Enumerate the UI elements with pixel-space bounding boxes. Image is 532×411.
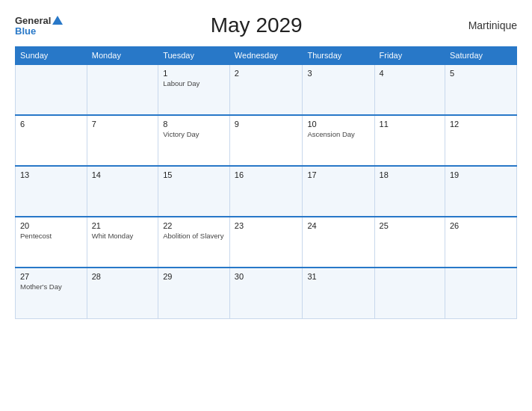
day-number: 29 [163, 272, 225, 281]
day-number: 28 [92, 272, 153, 281]
day-number: 6 [20, 120, 82, 129]
calendar-cell: 30 [229, 268, 303, 318]
holiday-label: Victory Day [163, 130, 225, 139]
calendar-cell [445, 268, 517, 318]
col-saturday: Saturday [445, 47, 517, 65]
logo-general-text: General [15, 16, 51, 25]
page: General Blue May 2029 Martinique Sunday … [0, 0, 532, 411]
calendar-cell: 1Labour Day [158, 64, 230, 115]
calendar-cell: 6 [16, 115, 87, 166]
week-row-5: 27Mother's Day28293031 [16, 268, 517, 318]
weekday-header-row: Sunday Monday Tuesday Wednesday Thursday… [16, 47, 517, 65]
day-number: 25 [380, 221, 440, 230]
day-number: 3 [307, 69, 369, 78]
col-friday: Friday [374, 47, 445, 65]
holiday-label: Mother's Day [20, 282, 82, 291]
day-number: 5 [450, 69, 512, 78]
calendar-cell: 19 [445, 166, 517, 217]
day-number: 27 [20, 272, 82, 281]
day-number: 16 [235, 170, 298, 179]
calendar-cell: 13 [16, 166, 87, 217]
holiday-label: Whit Monday [92, 232, 153, 241]
calendar-cell: 12 [445, 115, 517, 166]
holiday-label: Labour Day [163, 79, 225, 88]
col-wednesday: Wednesday [229, 47, 303, 65]
header: General Blue May 2029 Martinique [15, 13, 517, 37]
calendar-cell: 15 [158, 166, 230, 217]
day-number: 12 [450, 120, 512, 129]
day-number: 18 [380, 170, 440, 179]
calendar-cell: 8Victory Day [158, 115, 230, 166]
calendar-cell [374, 268, 445, 318]
calendar-cell: 16 [229, 166, 303, 217]
day-number: 8 [163, 120, 225, 129]
calendar-cell: 29 [158, 268, 230, 318]
day-number: 19 [450, 170, 512, 179]
region-label: Martinique [450, 19, 517, 31]
day-number: 30 [235, 272, 298, 281]
day-number: 26 [450, 221, 512, 230]
day-number: 9 [235, 120, 298, 129]
col-thursday: Thursday [303, 47, 374, 65]
calendar-cell [87, 64, 158, 115]
calendar-cell: 5 [445, 64, 517, 115]
calendar-cell [16, 64, 87, 115]
calendar-cell: 23 [229, 217, 303, 268]
holiday-label: Pentecost [20, 232, 82, 241]
day-number: 10 [307, 120, 369, 129]
calendar-cell: 22Abolition of Slavery [158, 217, 230, 268]
day-number: 22 [163, 221, 225, 230]
week-row-4: 20Pentecost21Whit Monday22Abolition of S… [16, 217, 517, 268]
day-number: 23 [235, 221, 298, 230]
calendar-cell: 9 [229, 115, 303, 166]
calendar-cell: 3 [303, 64, 374, 115]
calendar-cell: 27Mother's Day [16, 268, 87, 318]
day-number: 2 [235, 69, 298, 78]
day-number: 7 [92, 120, 153, 129]
day-number: 1 [163, 69, 225, 78]
calendar-cell: 2 [229, 64, 303, 115]
calendar-cell: 31 [303, 268, 374, 318]
calendar-cell: 24 [303, 217, 374, 268]
calendar-cell: 4 [374, 64, 445, 115]
col-monday: Monday [87, 47, 158, 65]
day-number: 15 [163, 170, 225, 179]
calendar-cell: 7 [87, 115, 158, 166]
day-number: 24 [307, 221, 369, 230]
calendar-cell: 11 [374, 115, 445, 166]
calendar-cell: 20Pentecost [16, 217, 87, 268]
day-number: 20 [20, 221, 82, 230]
week-row-2: 678Victory Day910Ascension Day1112 [16, 115, 517, 166]
logo-blue-text: Blue [15, 26, 63, 36]
day-number: 21 [92, 221, 153, 230]
day-number: 31 [307, 272, 369, 281]
logo-triangle-icon [52, 16, 63, 25]
week-row-1: 1Labour Day2345 [16, 64, 517, 115]
col-sunday: Sunday [16, 47, 87, 65]
day-number: 14 [92, 170, 153, 179]
col-tuesday: Tuesday [158, 47, 230, 65]
holiday-label: Abolition of Slavery [163, 232, 225, 241]
day-number: 4 [380, 69, 440, 78]
calendar-cell: 10Ascension Day [303, 115, 374, 166]
logo: General Blue [15, 16, 63, 36]
day-number: 11 [380, 120, 440, 129]
calendar-table: Sunday Monday Tuesday Wednesday Thursday… [15, 46, 517, 319]
calendar-cell: 18 [374, 166, 445, 217]
day-number: 17 [307, 170, 369, 179]
calendar-title: May 2029 [63, 13, 450, 37]
week-row-3: 13141516171819 [16, 166, 517, 217]
calendar-cell: 25 [374, 217, 445, 268]
calendar-cell: 26 [445, 217, 517, 268]
day-number: 13 [20, 170, 82, 179]
calendar-cell: 21Whit Monday [87, 217, 158, 268]
holiday-label: Ascension Day [307, 130, 369, 139]
calendar-cell: 28 [87, 268, 158, 318]
calendar-cell: 17 [303, 166, 374, 217]
calendar-cell: 14 [87, 166, 158, 217]
